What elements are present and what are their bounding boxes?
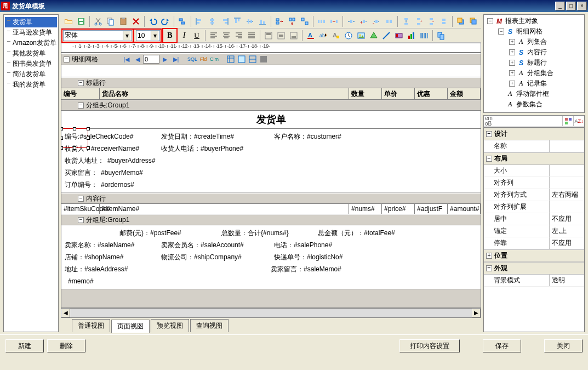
tree-label[interactable]: 浮动部件框	[516, 89, 549, 99]
delete-icon[interactable]	[130, 15, 142, 27]
group-head-block[interactable]: 编号:#saleCheckCode#发货日期：#createTime#客户名称：…	[61, 129, 481, 193]
property-value[interactable]	[550, 165, 584, 177]
next-record-icon[interactable]: ▶	[159, 54, 170, 64]
tree-label[interactable]: 分组集合	[527, 69, 553, 78]
align-bottom-icon[interactable]	[256, 15, 269, 27]
property-value[interactable]: 左右两端	[550, 189, 584, 201]
maximize-button[interactable]: □	[566, 2, 576, 10]
sql-icon[interactable]: SQL	[187, 54, 198, 64]
valign-bot-icon[interactable]	[288, 30, 300, 42]
tree-expander[interactable]: +	[509, 81, 515, 87]
property-row[interactable]: 背景模式透明	[484, 275, 584, 287]
clock-icon[interactable]	[342, 30, 355, 42]
vspace-dec-icon[interactable]: -	[425, 15, 437, 27]
collapse-icon[interactable]: −	[78, 103, 84, 109]
hspace-dec-icon[interactable]: -	[370, 15, 383, 27]
paste-icon[interactable]	[117, 15, 129, 27]
field-value[interactable]: #logisticNo#	[307, 253, 342, 261]
category-toggle[interactable]: +	[486, 253, 492, 259]
horizontal-scrollbar[interactable]: ◀ ▶	[61, 308, 481, 318]
bring-front-icon[interactable]	[455, 15, 467, 27]
print-settings-button[interactable]: 打印内容设置	[399, 339, 460, 352]
template-item[interactable]: 亚马逊发货单	[5, 27, 57, 38]
template-item[interactable]: Amazon发货单	[5, 38, 57, 48]
template-item[interactable]: 图书类发货单	[5, 59, 57, 69]
chart-icon[interactable]	[406, 30, 418, 42]
underline-button[interactable]: U	[191, 30, 203, 42]
same-width-icon[interactable]	[273, 15, 286, 27]
tree-expander[interactable]: −	[498, 29, 504, 35]
page-input[interactable]	[143, 55, 159, 64]
shape-icon[interactable]	[368, 30, 380, 42]
send-back-icon[interactable]	[467, 15, 479, 27]
barcode-icon[interactable]	[418, 30, 430, 42]
image-icon[interactable]	[355, 30, 367, 42]
delete-button[interactable]: 删除	[47, 339, 85, 352]
tree-label[interactable]: 记录集	[527, 79, 547, 88]
field-value[interactable]: 合计{#nums#}	[248, 229, 289, 237]
text-center-icon[interactable]	[220, 30, 232, 42]
report-title[interactable]: 发货单	[61, 111, 481, 128]
collapse-icon[interactable]: −	[64, 56, 70, 62]
collapse-icon[interactable]: −	[78, 80, 84, 86]
property-value[interactable]	[550, 201, 584, 213]
undo-icon[interactable]	[147, 15, 159, 27]
tree-label[interactable]: 明细网格	[516, 27, 543, 36]
property-value[interactable]	[550, 140, 584, 152]
view4-icon[interactable]	[258, 54, 269, 64]
sort-az-icon[interactable]: AZ↓	[573, 116, 584, 126]
tree-label[interactable]: 参数集合	[516, 100, 543, 109]
field-value[interactable]: #buyerAddress#	[107, 155, 155, 167]
last-record-icon[interactable]: ▶|	[170, 54, 181, 64]
line-icon[interactable]	[380, 30, 392, 42]
tree-label[interactable]: 内容行	[527, 48, 547, 57]
field-value[interactable]: #ordernos#	[101, 179, 134, 191]
field-value[interactable]: #buyerPhone#	[201, 145, 243, 152]
collapse-icon[interactable]: −	[78, 217, 84, 223]
dist-h2-icon[interactable]	[328, 15, 340, 27]
field-value[interactable]: #createTime#	[194, 133, 234, 140]
property-row[interactable]: 对齐列	[484, 177, 584, 189]
align-top-icon[interactable]	[231, 15, 243, 27]
italic-button[interactable]: I	[178, 30, 190, 42]
first-record-icon[interactable]: |◀	[121, 54, 132, 64]
property-row[interactable]: 居中不应用	[484, 213, 584, 225]
col-qty[interactable]: 数量	[349, 88, 382, 99]
col-name[interactable]: 货品名称	[100, 88, 349, 99]
property-value[interactable]: 透明	[550, 275, 584, 286]
field-value[interactable]: #saleAccount#	[201, 241, 244, 249]
new-button[interactable]: 新建	[5, 339, 44, 352]
property-value[interactable]: 左,上	[550, 225, 584, 237]
field-value[interactable]: #customer#	[307, 133, 341, 140]
field-value[interactable]: #saleAddress#	[84, 265, 128, 273]
bold-button[interactable]: B	[164, 30, 176, 42]
text-right-icon[interactable]	[233, 30, 245, 42]
copy-icon[interactable]	[105, 15, 117, 27]
template-item[interactable]: 发货单	[5, 17, 57, 27]
vspace-rm-icon[interactable]	[438, 15, 450, 27]
valign-mid-icon[interactable]	[275, 30, 287, 42]
property-value[interactable]: 不应用	[550, 237, 584, 249]
align-tool-icon[interactable]	[176, 15, 189, 27]
save-icon[interactable]	[75, 15, 87, 27]
cut-icon[interactable]	[92, 15, 104, 27]
field-value[interactable]: #shopName#	[84, 253, 123, 261]
hspace-rm-icon[interactable]	[383, 15, 395, 27]
scroll-left-icon[interactable]: ◀	[61, 309, 70, 317]
view-tab[interactable]: 页面视图	[111, 320, 150, 333]
template-item[interactable]: 我的发货单	[5, 79, 57, 90]
font-color-icon[interactable]: A	[305, 30, 317, 42]
field-value[interactable]: #totalFee#	[364, 229, 395, 237]
copy2-icon[interactable]	[435, 30, 447, 42]
text-left-icon[interactable]	[208, 30, 220, 42]
field-value[interactable]: #buyerMemo#	[101, 167, 143, 179]
col-discount[interactable]: 优惠	[415, 88, 448, 99]
design-canvas[interactable]: − 明细网格 |◀ ◀ ▶ ▶| SQL Fld Clm	[61, 53, 481, 308]
clm-icon[interactable]: Clm	[209, 54, 220, 64]
save-button[interactable]: 保存	[483, 339, 521, 352]
view-tab[interactable]: 普通视图	[72, 319, 110, 332]
scroll-right-icon[interactable]: ▶	[472, 309, 481, 317]
tree-expander[interactable]: +	[509, 49, 515, 55]
property-row[interactable]: 对齐列方式左右两端	[484, 189, 584, 201]
col-amount[interactable]: 金额	[448, 88, 481, 99]
